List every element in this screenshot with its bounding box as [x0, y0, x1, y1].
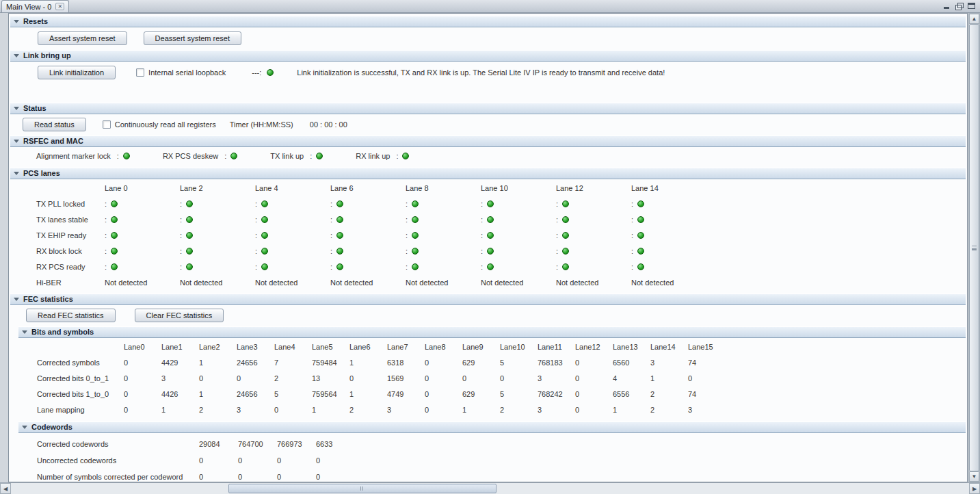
bits-lane-header: Lane4 [274, 339, 312, 354]
bits-value-cell: 0 [425, 402, 462, 417]
green-led-icon [336, 232, 343, 239]
pcs-led-cell: : [406, 227, 481, 243]
horizontal-scrollbar-track[interactable] [11, 483, 969, 494]
section-header-pcs-lanes[interactable]: PCS lanes [10, 168, 966, 179]
pcs-led-cell: : [556, 211, 631, 227]
timer-value: 00 : 00 : 00 [310, 120, 347, 129]
vertical-scrollbar: ▲ ▼ [968, 13, 980, 482]
link-led-prefix: ---: [252, 68, 261, 77]
pcs-row-label: RX PCS ready [36, 259, 105, 274]
pcs-led-cell: : [481, 196, 556, 211]
pcs-lanes-table: Lane 0Lane 2Lane 4Lane 6Lane 8Lane 10Lan… [36, 181, 967, 291]
codewords-row-label: Corrected codewords [37, 436, 199, 452]
indicator-colon: : [180, 263, 182, 271]
green-led-icon [637, 248, 644, 255]
read-fec-statistics-button[interactable]: Read FEC statistics [26, 309, 116, 322]
tab-main-view[interactable]: Main View - 0 ✕ [1, 0, 69, 12]
pcs-row-label: TX lanes stable [36, 211, 105, 227]
bits-lane-header: Lane0 [124, 339, 161, 354]
codewords-value-cell: 764700 [238, 436, 277, 452]
bits-row-label: Corrected symbols [37, 354, 124, 370]
fec-statistics-body: Read FEC statistics Clear FEC statistics [9, 305, 967, 326]
bits-value-cell: 0 [199, 370, 237, 386]
read-status-button[interactable]: Read status [23, 118, 86, 131]
section-header-resets[interactable]: Resets [10, 16, 966, 27]
rsfec-indicators-row: Alignment marker lock:RX PCS deskew:TX l… [9, 147, 967, 168]
tab-title: Main View - 0 [6, 3, 51, 11]
loopback-label: Internal serial loopback [148, 68, 226, 77]
green-led-icon [487, 216, 494, 223]
indicator-colon: : [180, 247, 182, 255]
bits-value-cell: 0 [575, 370, 613, 386]
bits-lane-header: Lane2 [199, 339, 237, 354]
bits-value-cell: 3 [237, 402, 274, 417]
tab-close-icon[interactable]: ✕ [55, 3, 64, 10]
collapse-triangle-icon [14, 54, 19, 57]
link-status-green-led-icon [267, 69, 274, 76]
scroll-down-arrow-icon[interactable]: ▼ [969, 471, 979, 482]
indicator-label: RX PCS deskew [163, 152, 218, 160]
section-header-rsfec-mac[interactable]: RSFEC and MAC [10, 135, 966, 147]
indicator-colon: : [180, 200, 182, 208]
indicator-colon: : [631, 200, 633, 208]
green-led-icon [261, 263, 268, 270]
green-led-icon [261, 200, 268, 207]
bits-value-cell: 13 [312, 370, 349, 386]
pcs-lane-header: Lane 4 [255, 181, 330, 196]
green-led-icon [123, 153, 130, 159]
collapse-triangle-icon [22, 330, 27, 334]
bits-value-cell: 2 [500, 402, 538, 417]
green-led-icon [186, 216, 193, 223]
bits-value-cell: 0 [575, 354, 613, 370]
scroll-right-arrow-icon[interactable]: ▶ [969, 483, 980, 494]
indicator-colon: : [481, 216, 483, 224]
deassert-system-reset-button[interactable]: Deassert system reset [144, 31, 241, 45]
scroll-left-arrow-icon[interactable]: ◀ [0, 483, 11, 494]
indicator-colon: : [330, 216, 332, 224]
bits-value-cell: 4749 [387, 386, 425, 402]
green-led-icon [111, 232, 118, 239]
bits-value-cell: 0 [237, 370, 274, 386]
section-header-codewords[interactable]: Codewords [18, 421, 966, 433]
codewords-value-cell: 0 [316, 452, 355, 469]
codewords-value-cell: 0 [316, 469, 355, 482]
green-led-icon [336, 200, 343, 207]
minimize-icon[interactable] [942, 2, 951, 10]
section-header-link-bring-up[interactable]: Link bring up [10, 50, 966, 62]
bits-value-cell: 5 [500, 354, 538, 370]
section-header-fec-statistics[interactable]: FEC statistics [10, 294, 966, 305]
bits-row-label: Corrected bits 1_to_0 [37, 386, 124, 402]
bits-value-cell: 6318 [387, 354, 425, 370]
bits-lane-header: Lane10 [500, 339, 538, 354]
bits-value-cell: 0 [274, 402, 312, 417]
continuous-read-checkbox[interactable] [103, 120, 111, 129]
pcs-led-cell: : [406, 259, 481, 274]
pcs-led-cell: : [406, 243, 481, 259]
link-initialization-button[interactable]: Link initialization [38, 66, 116, 79]
bits-lane-header: Lane14 [650, 339, 688, 354]
section-header-status[interactable]: Status [10, 103, 966, 114]
collapse-triangle-icon [22, 426, 27, 429]
bits-row-label: Lane mapping [37, 402, 124, 417]
indicator-colon: : [105, 216, 107, 224]
vertical-scrollbar-thumb[interactable] [969, 24, 979, 471]
green-led-icon [637, 200, 644, 207]
indicator-colon: : [105, 247, 107, 255]
restore-icon[interactable] [955, 2, 964, 10]
clear-fec-statistics-button[interactable]: Clear FEC statistics [135, 309, 224, 322]
tab-bar: Main View - 0 ✕ [0, 0, 980, 13]
green-led-icon [111, 216, 118, 223]
horizontal-scrollbar-thumb[interactable] [228, 484, 496, 493]
maximize-icon[interactable] [967, 2, 976, 10]
green-led-icon [562, 200, 569, 207]
bits-value-cell: 3 [538, 402, 575, 417]
scroll-up-arrow-icon[interactable]: ▲ [969, 14, 979, 24]
indicator-colon: : [330, 231, 332, 239]
assert-system-reset-button[interactable]: Assert system reset [38, 31, 127, 45]
bits-value-cell: 3 [688, 402, 726, 417]
bits-value-cell: 2 [349, 402, 387, 417]
internal-serial-loopback-checkbox[interactable] [136, 68, 144, 77]
section-header-bits-and-symbols[interactable]: Bits and symbols [18, 326, 966, 338]
green-led-icon [637, 216, 644, 223]
green-led-icon [412, 232, 419, 239]
